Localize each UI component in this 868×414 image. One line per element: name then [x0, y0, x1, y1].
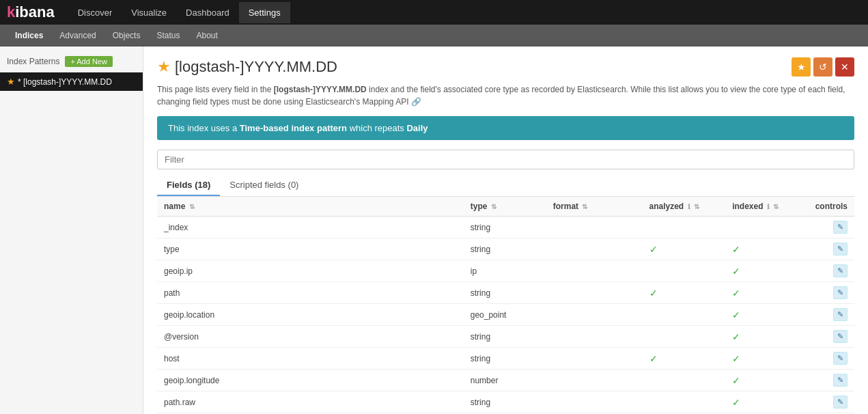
field-type: string — [464, 217, 546, 238]
format-sort-icon[interactable]: ⇅ — [582, 203, 587, 210]
field-type: string — [464, 326, 546, 348]
field-indexed — [725, 217, 808, 238]
field-analyzed — [643, 217, 726, 238]
field-name: _index — [157, 217, 464, 238]
field-format — [546, 348, 643, 370]
field-analyzed: ✓ — [643, 282, 726, 304]
field-format — [546, 217, 643, 238]
analyzed-sort-icon[interactable]: ⇅ — [694, 203, 699, 210]
table-body: _indexstring✎typestring✓✓✎geoip.ipip✓✎pa… — [157, 217, 854, 415]
field-analyzed — [643, 326, 726, 348]
col-header-analyzed: analyzed ℹ ⇅ — [643, 197, 726, 217]
edit-field-button[interactable]: ✎ — [833, 374, 848, 387]
subnav-about[interactable]: About — [188, 27, 225, 44]
type-sort-icon[interactable]: ⇅ — [491, 203, 496, 210]
edit-field-button[interactable]: ✎ — [833, 264, 848, 277]
nav-dashboard[interactable]: Dashboard — [176, 2, 239, 23]
field-indexed: ✓ — [725, 260, 808, 282]
table-row: hoststring✓✓✎ — [157, 348, 854, 370]
subnav-status[interactable]: Status — [148, 27, 188, 44]
field-analyzed — [643, 370, 726, 391]
subnav-objects[interactable]: Objects — [104, 27, 149, 44]
add-new-button[interactable]: + Add New — [65, 56, 113, 67]
edit-field-button[interactable]: ✎ — [833, 396, 848, 409]
table-row: geoip.ipip✓✎ — [157, 260, 854, 282]
sidebar-item-logstash[interactable]: ★ * [logstash-]YYYY.MM.DD — [0, 72, 143, 91]
edit-field-button[interactable]: ✎ — [833, 308, 848, 321]
edit-field-button[interactable]: ✎ — [833, 352, 848, 365]
tab-fields[interactable]: Fields (18) — [157, 175, 220, 196]
col-header-type: type ⇅ — [464, 197, 546, 217]
nav-settings[interactable]: Settings — [239, 2, 290, 23]
edit-field-button[interactable]: ✎ — [833, 243, 848, 256]
sidebar: Index Patterns + Add New ★ * [logstash-]… — [0, 46, 143, 414]
table-row: typestring✓✓✎ — [157, 238, 854, 260]
field-indexed: ✓ — [725, 304, 808, 326]
page-description: This page lists every field in the [logs… — [157, 83, 854, 108]
kibana-logo: kibana — [7, 3, 55, 21]
indexed-info-icon: ℹ — [767, 203, 770, 210]
field-format — [546, 238, 643, 260]
col-header-indexed: indexed ℹ ⇅ — [725, 197, 808, 217]
name-sort-icon[interactable]: ⇅ — [189, 203, 195, 210]
field-name: path — [157, 282, 464, 304]
table-row: geoip.locationgeo_point✓✎ — [157, 304, 854, 326]
tabs: Fields (18) Scripted fields (0) — [157, 175, 854, 197]
fields-table: name ⇅ type ⇅ format ⇅ analyzed ℹ ⇅ — [157, 197, 854, 414]
field-analyzed: ✓ — [643, 238, 726, 260]
sidebar-item-label: * [logstash-]YYYY.MM.DD — [18, 77, 112, 87]
field-controls: ✎ — [809, 260, 854, 282]
field-indexed: ✓ — [725, 391, 808, 413]
field-name: host — [157, 348, 464, 370]
nav-discover[interactable]: Discover — [68, 2, 122, 23]
field-type: ip — [464, 260, 546, 282]
field-type: number — [464, 370, 546, 391]
tab-scripted-fields[interactable]: Scripted fields (0) — [220, 175, 308, 196]
page-title-row: ★[logstash-]YYYY.MM.DD ★ ↺ ✕ — [157, 57, 854, 77]
top-nav: kibana Discover Visualize Dashboard Sett… — [0, 0, 868, 25]
field-type: geo_point — [464, 304, 546, 326]
field-indexed: ✓ — [725, 238, 808, 260]
analyzed-info-icon: ℹ — [688, 203, 690, 210]
delete-button[interactable]: ✕ — [835, 57, 854, 77]
field-name: @version — [157, 326, 464, 348]
filter-input[interactable] — [157, 150, 854, 169]
edit-field-button[interactable]: ✎ — [833, 221, 848, 234]
subnav-indices[interactable]: Indices — [7, 27, 51, 44]
nav-visualize[interactable]: Visualize — [122, 2, 176, 23]
refresh-button[interactable]: ↺ — [813, 57, 832, 77]
field-name: geoip.ip — [157, 260, 464, 282]
field-format — [546, 391, 643, 413]
field-format — [546, 282, 643, 304]
sidebar-header-label: Index Patterns — [7, 57, 59, 66]
subnav-advanced[interactable]: Advanced — [51, 27, 104, 44]
field-controls: ✎ — [809, 217, 854, 238]
field-analyzed — [643, 391, 726, 413]
field-name: type — [157, 238, 464, 260]
field-indexed: ✓ — [725, 348, 808, 370]
mapping-api-link[interactable]: 🔗 — [411, 97, 421, 107]
info-banner: This index uses a Time-based index patte… — [157, 116, 854, 140]
field-type: string — [464, 391, 546, 413]
main-layout: Index Patterns + Add New ★ * [logstash-]… — [0, 46, 868, 414]
field-type: string — [464, 348, 546, 370]
page-title: ★[logstash-]YYYY.MM.DD — [157, 58, 337, 76]
field-controls: ✎ — [809, 304, 854, 326]
action-buttons: ★ ↺ ✕ — [792, 57, 854, 77]
field-analyzed: ✓ — [643, 348, 726, 370]
field-controls: ✎ — [809, 282, 854, 304]
table-row: @versionstring✓✎ — [157, 326, 854, 348]
indexed-sort-icon[interactable]: ⇅ — [773, 203, 779, 210]
field-analyzed — [643, 304, 726, 326]
default-button[interactable]: ★ — [792, 57, 811, 77]
field-indexed: ✓ — [725, 282, 808, 304]
sub-nav: Indices Advanced Objects Status About — [0, 25, 868, 46]
edit-field-button[interactable]: ✎ — [833, 286, 848, 299]
field-format — [546, 326, 643, 348]
star-icon: ★ — [7, 77, 15, 87]
edit-field-button[interactable]: ✎ — [833, 330, 848, 343]
field-indexed: ✓ — [725, 326, 808, 348]
table-row: _indexstring✎ — [157, 217, 854, 238]
field-name: path.raw — [157, 391, 464, 413]
field-analyzed — [643, 260, 726, 282]
